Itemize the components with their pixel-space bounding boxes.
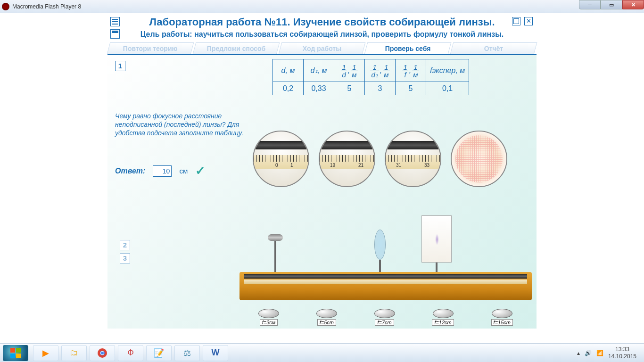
magnifier-row: 0 1 19 21 31 33: [253, 131, 507, 187]
answer-unit: см: [179, 167, 188, 175]
bench-ruler: [244, 280, 527, 284]
window-title: Macromedia Flash Player 8: [12, 3, 642, 10]
tab-check[interactable]: Проверь себя: [364, 42, 452, 54]
tab-method[interactable]: Предложи способ: [193, 42, 280, 54]
windows-logo-icon: [10, 348, 21, 358]
taskbar: ▶ 🗂 Ф 📝 ⚖ W ▴ 🔊 📶 13:33 14.10.2015: [0, 343, 644, 362]
tab-report[interactable]: Отчёт: [450, 42, 537, 54]
system-tray: ▴ 🔊 📶 13:33 14.10.2015: [577, 346, 641, 360]
svg-point-3: [101, 352, 104, 354]
taskbar-notepad-icon[interactable]: 📝: [146, 345, 172, 361]
step-3-badge[interactable]: 3: [120, 253, 130, 263]
magnifier-2[interactable]: 19 21: [319, 131, 375, 187]
taskbar-chrome-icon[interactable]: [90, 345, 115, 361]
lab-workarea: ✕ Лабораторная работа №11. Изучение свой…: [107, 13, 537, 343]
optical-bench: f=3см f=5cm f=7cm f=12cm f=15cm: [239, 211, 532, 329]
bench-rail[interactable]: [244, 274, 527, 279]
window-close-button[interactable]: ✕: [622, 0, 644, 9]
val-fexp: 0,1: [426, 82, 469, 95]
tray-date: 14.10.2015: [608, 353, 636, 360]
taskbar-media-icon[interactable]: ▶: [33, 345, 58, 361]
app-maximize-icon[interactable]: [512, 17, 520, 25]
start-button[interactable]: [3, 345, 28, 361]
window-titlebar: Macromedia Flash Player 8: [0, 0, 644, 13]
data-table: d, м d₁, м 1d , 1м 1d₁ , 1м: [272, 59, 469, 95]
lab-title: Лабораторная работа №11. Изучение свойст…: [107, 16, 537, 28]
col-fexp: fэкспер, м: [426, 59, 469, 82]
step-1-badge[interactable]: 1: [115, 61, 125, 71]
col-inv-f: 1f , 1м: [396, 59, 426, 82]
magnifier-4-screen[interactable]: [451, 131, 507, 187]
app-close-icon[interactable]: ✕: [524, 17, 533, 25]
lab-subtitle: Цель работы: научиться пользоваться соби…: [107, 30, 537, 39]
val-inv-f: 5: [396, 82, 426, 95]
clock[interactable]: 13:33 14.10.2015: [608, 346, 636, 360]
magnifier-3[interactable]: 31 33: [385, 131, 441, 187]
taskbar-explorer-icon[interactable]: 🗂: [61, 345, 87, 361]
tabs-row: Повтори теорию Предложи способ Ход работ…: [107, 42, 537, 55]
col-inv-d: 1d , 1м: [334, 59, 365, 82]
answer-input[interactable]: [153, 165, 172, 177]
val-inv-d1: 3: [365, 82, 396, 95]
lens-on-rail[interactable]: [374, 230, 386, 277]
val-d: 0,2: [273, 82, 304, 95]
taskbar-word-icon[interactable]: W: [203, 345, 228, 361]
answer-row: Ответ: см ✓: [115, 164, 206, 178]
magnifier-1[interactable]: 0 1: [253, 131, 309, 187]
tray-up-icon[interactable]: ▴: [577, 350, 580, 356]
val-d1: 0,33: [304, 82, 334, 95]
main-panel: 1 2 3 d, м d₁, м 1d , 1м: [107, 55, 537, 329]
answer-label: Ответ:: [115, 167, 145, 175]
col-inv-d1: 1d₁ , 1м: [365, 59, 396, 82]
lens-button-7cm[interactable]: f=7cm: [374, 309, 395, 326]
window-maximize-button[interactable]: ▭: [601, 0, 622, 9]
lens-button-15cm[interactable]: f=15cm: [491, 309, 513, 326]
lens-button-5cm[interactable]: f=5cm: [316, 309, 337, 326]
step-2-badge[interactable]: 2: [120, 240, 130, 250]
calculator-icon[interactable]: [110, 29, 120, 39]
flash-app-icon: [2, 3, 9, 10]
lab-header: ✕ Лабораторная работа №11. Изучение свой…: [107, 13, 537, 39]
tab-procedure[interactable]: Ход работы: [279, 42, 366, 54]
lens-button-3cm[interactable]: f=3см: [258, 309, 279, 326]
question-text: Чему равно фокусное расстояние неподписа…: [115, 112, 252, 138]
lens-button-12cm[interactable]: f=12cm: [432, 309, 454, 326]
flash-content: ✕ Лабораторная работа №11. Изучение свой…: [0, 13, 644, 343]
col-d1: d₁, м: [304, 59, 334, 82]
col-d: d, м: [273, 59, 304, 82]
taskbar-app1-icon[interactable]: Ф: [118, 345, 143, 361]
menu-icon[interactable]: [110, 17, 120, 26]
window-minimize-button[interactable]: ─: [579, 0, 601, 9]
screen-on-rail[interactable]: [421, 215, 452, 276]
lens-selector-row: f=3см f=5cm f=7cm f=12cm f=15cm: [258, 309, 513, 326]
network-icon[interactable]: 📶: [596, 350, 603, 356]
tab-theory[interactable]: Повтори теорию: [107, 42, 194, 54]
val-inv-d: 5: [334, 82, 365, 95]
tray-time: 13:33: [608, 346, 636, 353]
check-icon[interactable]: ✓: [195, 164, 206, 178]
volume-icon[interactable]: 🔊: [585, 350, 592, 356]
taskbar-app2-icon[interactable]: ⚖: [174, 345, 200, 361]
window-buttons: ─ ▭ ✕: [579, 0, 644, 9]
